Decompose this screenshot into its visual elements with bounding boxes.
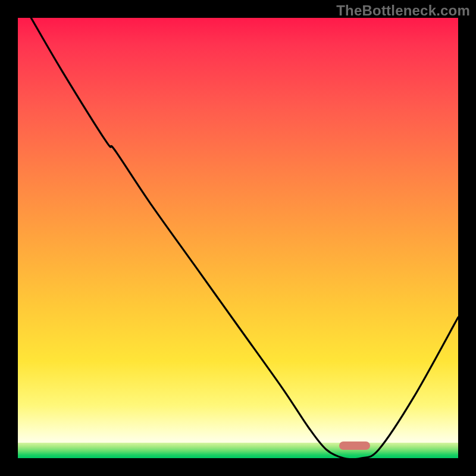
plot-area <box>18 18 458 458</box>
bottleneck-curve <box>18 18 458 458</box>
chart-frame: TheBottleneck.com <box>0 0 476 476</box>
watermark-text: TheBottleneck.com <box>336 2 470 19</box>
optimal-marker <box>339 441 370 450</box>
